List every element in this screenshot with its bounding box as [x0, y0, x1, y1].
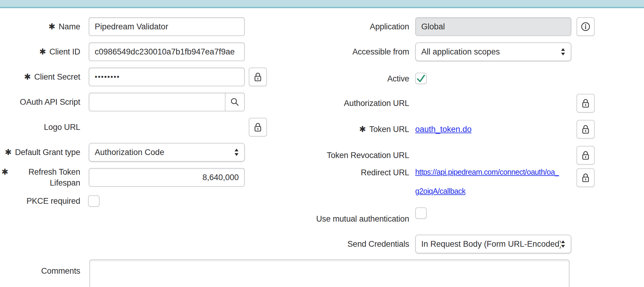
- send-credentials-select[interactable]: In Request Body (Form URL-Encoded): [415, 235, 571, 253]
- oauth-api-script-field: [89, 93, 245, 111]
- lock-icon: [254, 122, 262, 132]
- name-label: ✱Name: [2, 17, 80, 36]
- info-icon: [581, 22, 590, 31]
- lock-icon: [581, 98, 590, 108]
- client-id-label: ✱Client ID: [2, 42, 80, 61]
- accessible-from-label: Accessible from: [315, 42, 409, 61]
- oauth-api-script-lookup-button[interactable]: [225, 93, 244, 111]
- active-label: Active: [315, 69, 409, 88]
- lock-icon: [581, 173, 590, 183]
- token-url-lock-button[interactable]: [577, 120, 595, 139]
- checkmark-icon: [416, 73, 426, 84]
- default-grant-type-label: ✱Default Grant type: [2, 143, 80, 162]
- logo-url-lock-button[interactable]: [249, 118, 267, 137]
- redirect-url-link[interactable]: https://api.pipedream.com/connect/oauth/…: [415, 163, 576, 201]
- redirect-url-lock-button[interactable]: [577, 168, 595, 187]
- token-revocation-url-label: Token Revocation URL: [315, 146, 409, 165]
- required-icon: ✱: [2, 167, 8, 177]
- accessible-from-select[interactable]: All application scopes: [415, 42, 571, 61]
- application-label: Application: [315, 17, 409, 36]
- token-revocation-url-lock-button[interactable]: [577, 146, 595, 165]
- comments-textarea[interactable]: [89, 259, 570, 287]
- redirect-url-label: Redirect URL: [315, 163, 409, 182]
- required-icon: ✱: [5, 147, 12, 158]
- select-arrows-icon: [234, 148, 239, 157]
- oauth-api-script-label: OAuth API Script: [2, 93, 80, 111]
- required-icon: ✱: [24, 71, 31, 82]
- refresh-token-lifespan-input[interactable]: [89, 168, 245, 187]
- active-checkbox[interactable]: [415, 73, 427, 84]
- use-mutual-authentication-checkbox[interactable]: [415, 207, 427, 219]
- token-url-label: ✱Token URL: [315, 120, 409, 139]
- application-input: [415, 17, 571, 36]
- default-grant-type-select[interactable]: Authorization Code: [89, 143, 245, 162]
- logo-url-label: Logo URL: [2, 118, 80, 137]
- required-icon: ✱: [39, 46, 46, 57]
- oauth-api-script-input[interactable]: [89, 93, 225, 111]
- refresh-token-lifespan-label: ✱Refresh Token Lifespan: [2, 168, 80, 187]
- authorization-url-lock-button[interactable]: [577, 94, 595, 113]
- token-url-link[interactable]: oauth_token.do: [415, 120, 472, 139]
- client-secret-label: ✱Client Secret: [2, 68, 80, 86]
- search-icon: [230, 97, 239, 107]
- required-icon: ✱: [48, 21, 55, 32]
- pkce-required-label: PKCE required: [2, 192, 80, 210]
- lock-icon: [581, 150, 590, 160]
- name-input[interactable]: [89, 17, 245, 36]
- required-icon: ✱: [359, 124, 366, 135]
- authorization-url-label: Authorization URL: [315, 94, 409, 113]
- client-id-input[interactable]: [89, 42, 245, 61]
- top-form-header-strip: [0, 0, 644, 8]
- client-secret-input[interactable]: [89, 68, 245, 86]
- comments-label: Comments: [2, 262, 80, 280]
- lock-icon: [581, 124, 590, 134]
- select-arrows-icon: [561, 47, 565, 56]
- select-arrows-icon: [561, 239, 565, 249]
- oauth-application-registry-form: { "chrome": { "topbar_color": "#bedde4",…: [0, 0, 644, 287]
- application-info-button[interactable]: [577, 17, 595, 36]
- send-credentials-label: Send Credentials: [315, 235, 409, 253]
- use-mutual-authentication-label: Use mutual authentication: [315, 204, 409, 233]
- lock-icon: [254, 72, 262, 82]
- client-secret-lock-button[interactable]: [249, 68, 267, 86]
- pkce-required-checkbox[interactable]: [88, 195, 100, 207]
